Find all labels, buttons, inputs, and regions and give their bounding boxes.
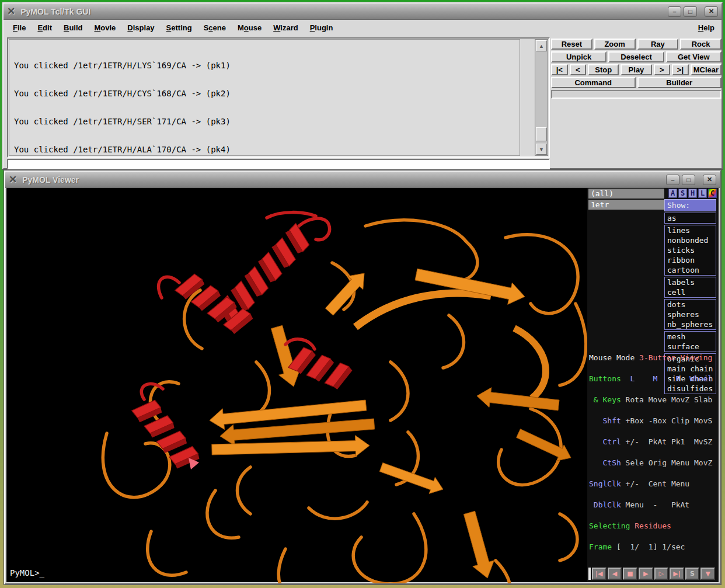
mouse-line: Buttons L M R Wheel — [589, 375, 718, 382]
mouse-line: Mouse Mode 3-Button Viewing — [589, 354, 718, 361]
menu-mouse[interactable]: Mouse — [234, 22, 270, 34]
menu-help[interactable]: Help — [695, 22, 716, 34]
movie-prev-button[interactable]: < — [570, 64, 587, 75]
console-line: You clicked /1etr/1ETR/H/LYS`169/CA -> (… — [14, 61, 520, 70]
maximize-button[interactable]: □ — [684, 6, 697, 17]
stop-button[interactable]: Stop — [588, 64, 619, 75]
resize-handle[interactable] — [588, 568, 591, 580]
menu-movie[interactable]: Movie — [90, 22, 124, 34]
movie-first-button[interactable]: |< — [551, 64, 568, 75]
show-menu-item-as[interactable]: as — [665, 213, 716, 223]
protein-cartoon — [6, 188, 590, 583]
close-button[interactable]: ✕ — [703, 175, 716, 185]
scroll-up-icon[interactable]: ▲ — [536, 40, 547, 51]
scroll-down-icon[interactable]: ▼ — [536, 144, 547, 155]
playback-controls: |◀ ◀ ■ ▶ ▷ ▶| S ▼ — [588, 567, 715, 580]
command-entry[interactable] — [7, 159, 550, 169]
command-button[interactable]: Command — [551, 77, 636, 88]
action-button-a[interactable]: A — [668, 189, 677, 198]
play-button[interactable]: ▶ — [639, 568, 653, 580]
zoom-button[interactable]: Zoom — [594, 39, 636, 50]
console-line: You clicked /1etr/1ETR/H/CYS`168/CA -> (… — [14, 89, 520, 98]
show-menu-item-nb-spheres[interactable]: nb_spheres — [665, 319, 716, 329]
viewer-content: PyMOL>_ (all) A S H L C 1etr Show: as li… — [6, 188, 719, 582]
show-menu-item-spheres[interactable]: spheres — [665, 309, 716, 319]
pymol-prompt[interactable]: PyMOL>_ — [10, 568, 44, 577]
frame-counter-line: Frame [ 1/ 1] 1/sec — [589, 544, 718, 551]
show-menu-header: Show: — [664, 199, 716, 211]
show-menu-item-cell[interactable]: cell — [665, 287, 716, 297]
minimize-button[interactable]: – — [666, 175, 679, 185]
protein-structure-canvas[interactable]: PyMOL>_ — [6, 188, 590, 582]
mouse-line: CtSh Sele Orig Menu MovZ — [589, 460, 718, 467]
show-menu-item-cartoon[interactable]: cartoon — [665, 265, 716, 275]
output-console: You clicked /1etr/1ETR/H/LYS`169/CA -> (… — [9, 39, 520, 156]
scene-button[interactable]: S — [685, 568, 700, 580]
minimize-button[interactable]: – — [668, 6, 681, 17]
hide-button-h[interactable]: H — [688, 189, 697, 198]
show-button-s[interactable]: S — [678, 189, 687, 198]
play-button[interactable]: Play — [621, 64, 651, 75]
selection-mode-line[interactable]: Selecting Residues — [589, 523, 718, 530]
console-scrollbar[interactable]: ▲ ▼ — [535, 39, 548, 156]
menu-wizard[interactable]: Wizard — [270, 22, 306, 34]
console-line: You clicked /1etr/1ETR/H/SER`171/CA -> (… — [14, 117, 520, 126]
x11-logo-icon: ✕ — [9, 175, 17, 185]
console-line: You clicked /1etr/1ETR/H/ALA`170/CA -> (… — [14, 145, 520, 154]
close-button[interactable]: ✕ — [705, 6, 718, 17]
show-menu-item-nonbonded[interactable]: nonbonded — [665, 235, 716, 245]
object-panel: (all) A S H L C 1etr Show: as lines nonb… — [587, 188, 719, 582]
maximize-button[interactable]: □ — [682, 175, 695, 185]
console-frame: You clicked /1etr/1ETR/H/LYS`169/CA -> (… — [7, 37, 550, 158]
menu-build[interactable]: Build — [60, 22, 91, 34]
object-row-1etr[interactable]: 1etr — [588, 200, 664, 210]
menu-edit[interactable]: Edit — [34, 22, 60, 34]
builder-button[interactable]: Builder — [637, 77, 722, 88]
stop-button[interactable]: ■ — [623, 568, 637, 580]
show-menu-item-ribbon[interactable]: ribbon — [665, 255, 716, 265]
button-panel: Reset Zoom Ray Rock Unpick Deselect Get … — [551, 39, 721, 99]
mouse-mode-panel: Mouse Mode 3-Button Viewing Buttons L M … — [589, 340, 718, 565]
rewind-button[interactable]: |◀ — [592, 568, 607, 580]
fast-forward-button[interactable]: ▶| — [670, 568, 684, 580]
menu-file[interactable]: File — [9, 22, 34, 34]
show-menu-item-lines[interactable]: lines — [665, 225, 716, 235]
mouse-line: & Keys Rota Move MovZ Slab — [589, 396, 718, 403]
gui-window-title: PyMOL Tcl/Tk GUI — [20, 7, 663, 16]
scrollbar-thumb[interactable] — [536, 127, 547, 141]
fullscreen-toggle-button[interactable]: ▼ — [700, 568, 715, 580]
mclear-button[interactable]: MClear — [691, 64, 721, 75]
deselect-button[interactable]: Deselect — [608, 51, 664, 62]
mouse-line: Shft +Box -Box Clip MovS — [589, 417, 718, 425]
unpick-button[interactable]: Unpick — [551, 51, 607, 62]
menu-setting[interactable]: Setting — [163, 22, 200, 34]
color-button-c[interactable]: C — [708, 189, 717, 198]
action-buttons: A S H L C — [668, 189, 717, 198]
gui-titlebar[interactable]: ✕ PyMOL Tcl/Tk GUI – □ ✕ — [4, 4, 721, 20]
step-forward-button[interactable]: ▷ — [654, 568, 669, 580]
x11-logo-icon: ✕ — [7, 6, 15, 16]
movie-last-button[interactable]: >| — [672, 64, 689, 75]
menu-scene[interactable]: Scene — [200, 22, 234, 34]
mouse-line: Ctrl +/- PkAt Pk1 MvSZ — [589, 439, 718, 446]
viewer-window: ✕ PyMOL Viewer – □ ✕ — [4, 171, 721, 584]
menu-plugin[interactable]: Plugin — [306, 22, 341, 34]
ray-button[interactable]: Ray — [637, 39, 679, 50]
mouse-line: SnglClk +/- Cent Menu — [589, 481, 718, 488]
object-row-all[interactable]: (all) — [588, 189, 664, 199]
movie-next-button[interactable]: > — [654, 64, 671, 75]
reset-button[interactable]: Reset — [551, 39, 592, 50]
rock-button[interactable]: Rock — [680, 39, 721, 50]
show-menu-item-sticks[interactable]: sticks — [665, 245, 716, 255]
menu-display[interactable]: Display — [124, 22, 162, 34]
label-button-l[interactable]: L — [698, 189, 707, 198]
step-back-button[interactable]: ◀ — [608, 568, 622, 580]
menubar: File Edit Build Movie Display Setting Sc… — [4, 20, 721, 35]
viewer-titlebar[interactable]: ✕ PyMOL Viewer – □ ✕ — [5, 172, 720, 188]
viewer-window-title: PyMOL Viewer — [22, 175, 661, 185]
gui-window: ✕ PyMOL Tcl/Tk GUI – □ ✕ File Edit Build… — [2, 2, 723, 169]
show-menu-item-dots[interactable]: dots — [665, 300, 716, 309]
desktop: { "gui_window": { "title": "PyMOL Tcl/Tk… — [0, 0, 725, 588]
get-view-button[interactable]: Get View — [666, 51, 721, 62]
show-menu-item-labels[interactable]: labels — [665, 277, 716, 287]
